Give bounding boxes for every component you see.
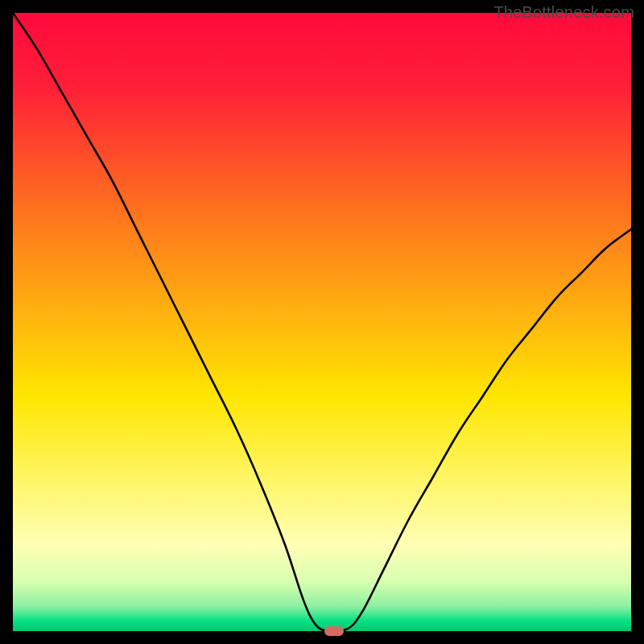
bottleneck-chart [13, 13, 631, 631]
attribution-text: TheBottleneck.com [493, 3, 634, 22]
chart-canvas [13, 13, 631, 631]
optimal-point-marker [324, 626, 344, 636]
